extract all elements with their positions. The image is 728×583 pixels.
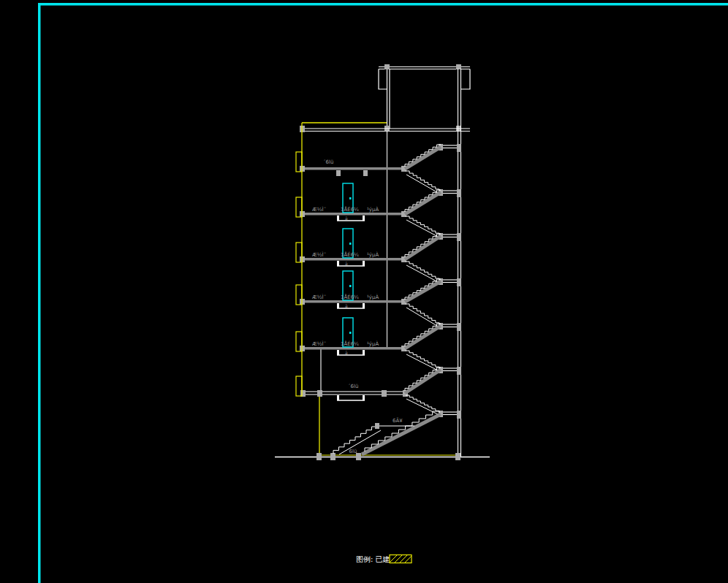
- legend: 图例: 已建: [356, 554, 414, 564]
- column-marker: [456, 64, 461, 69]
- penthouse-left-eave: [379, 69, 387, 90]
- column-marker: [317, 390, 322, 397]
- penthouse: [379, 64, 470, 132]
- column-marker: [457, 278, 461, 286]
- column-marker: [382, 390, 387, 397]
- stair-flight-stringer: [405, 326, 441, 348]
- stairwell-label: 1ÅÉ6¼: [341, 206, 359, 213]
- stair-flight-outline: [406, 171, 439, 191]
- stair-flight-soffit: [406, 265, 441, 283]
- stair-section-drawing: äÆ½Ì¨1ÅÉ6¼¹ýµÀäÆ½Ì¨1ÅÉ6¼¹ýµÀäÆ½Ì¨1ÅÉ6¼¹ý…: [0, 0, 728, 583]
- stair-flight-steps: [405, 145, 441, 167]
- column-marker: [336, 170, 341, 176]
- entry-steps-label: 6Ã¥: [393, 417, 403, 424]
- pit-edge: [363, 261, 365, 266]
- pit-edge: [363, 395, 365, 400]
- stairwell-label: 1ÅÉ6¼: [341, 294, 359, 300]
- floor-slab: [302, 347, 406, 350]
- stair-flight-soffit: [406, 399, 441, 416]
- stair-flight-soffit: [406, 220, 441, 238]
- column-marker: [457, 323, 461, 331]
- stair-flight-steps: [405, 279, 441, 300]
- door-handle: [349, 285, 352, 287]
- pit-edge: [363, 303, 365, 308]
- floor-slab: [302, 258, 406, 261]
- pit-edge: [337, 303, 339, 308]
- entry-steps-soffit: [339, 430, 381, 454]
- legend-title: 图例: 已建: [356, 555, 390, 563]
- door-handle: [349, 197, 352, 199]
- left-wall: [302, 123, 321, 455]
- platform-label: Æ½Ì¨: [312, 206, 326, 213]
- stair-flight-soffit: [406, 175, 441, 194]
- pit-edge: [363, 216, 365, 221]
- ground-hall-label: ´6lü: [346, 449, 357, 454]
- column-marker: [457, 411, 461, 419]
- pit-mark-label: ä: [345, 350, 348, 355]
- door-handle: [349, 332, 352, 334]
- viewport-border: [38, 3, 728, 583]
- floor-slab: [302, 300, 406, 303]
- stair-flight-steps: [405, 190, 441, 212]
- door-handle: [349, 243, 352, 245]
- column-marker: [384, 64, 390, 69]
- stairwell-label: 1ÅÉ6¼: [341, 340, 359, 347]
- corridor-label: ¹ýµÀ: [367, 251, 379, 258]
- floor-slab: [302, 167, 406, 170]
- stair-flight-steps: [405, 234, 441, 257]
- corridor-label: ¹ýµÀ: [367, 206, 379, 213]
- cad-viewport: äÆ½Ì¨1ÅÉ6¼¹ýµÀäÆ½Ì¨1ÅÉ6¼¹ýµÀäÆ½Ì¨1ÅÉ6¼¹ý…: [0, 0, 728, 583]
- corridor-label: ¹ýµÀ: [367, 294, 379, 300]
- stair-flight-stringer: [405, 192, 441, 214]
- pit-mark-label: ä: [345, 261, 348, 266]
- corridor-label: ¹ýµÀ: [367, 340, 379, 347]
- stair-flight-steps: [405, 367, 441, 391]
- pit-mark-label: ä: [345, 303, 348, 308]
- column-marker: [457, 233, 461, 241]
- column-marker: [457, 189, 461, 197]
- stair-flight-outline: [406, 395, 439, 413]
- column-marker: [455, 453, 460, 460]
- stair-flight-outline: [406, 262, 439, 281]
- platform-label: Æ½Ì¨: [312, 294, 326, 300]
- lower-hall-label: ´6lü: [348, 384, 358, 389]
- column-marker: [457, 367, 461, 375]
- stair-flight-outline: [406, 351, 439, 369]
- pit-edge: [337, 350, 339, 355]
- stair-flight-outline: [406, 304, 439, 325]
- stair-flight-stringer: [405, 236, 441, 259]
- pit-mark-label: ä: [345, 216, 348, 221]
- border-left-line: [38, 3, 41, 583]
- pit-edge: [337, 261, 339, 266]
- roof-hall-label: ´6lü: [323, 159, 333, 165]
- platform-label: Æ½Ì¨: [312, 251, 326, 258]
- platform-label: Æ½Ì¨: [312, 340, 326, 347]
- stairwell-label: 1ÅÉ6¼: [341, 251, 359, 258]
- column-marker: [363, 170, 368, 176]
- column-marker: [330, 453, 335, 460]
- border-top-line: [38, 3, 728, 6]
- floor-slab: [302, 213, 406, 216]
- column-marker: [316, 453, 322, 460]
- stair-flight-soffit: [406, 354, 441, 372]
- stair-flight-outline: [406, 216, 439, 235]
- stair-flight-stringer: [405, 281, 441, 302]
- column-marker: [375, 423, 379, 429]
- stair-flight-stringer: [405, 147, 441, 169]
- pit-edge: [337, 216, 339, 221]
- pit-edge: [363, 350, 365, 355]
- stair-flight-steps: [405, 324, 441, 346]
- stair-flight-soffit: [406, 308, 441, 328]
- penthouse-right-eave: [461, 69, 470, 90]
- stair-flight-stringer: [405, 370, 441, 393]
- pit-edge: [337, 395, 339, 400]
- ground-level: 6Ã¥ ´6lü: [275, 411, 490, 460]
- column-marker: [457, 144, 461, 152]
